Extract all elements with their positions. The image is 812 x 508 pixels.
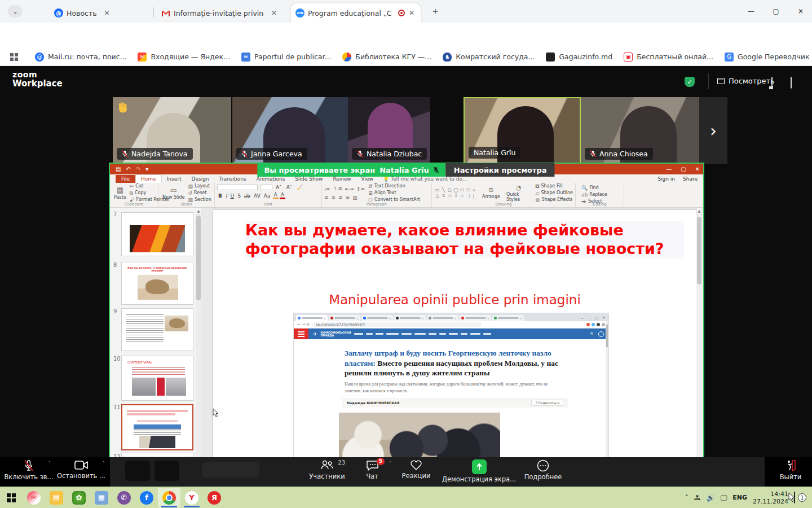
share-link[interactable]: Share: [683, 176, 698, 182]
slide-thumb-10[interactable]: CONTENT VIRAL: [121, 356, 193, 401]
bold-button[interactable]: B: [217, 193, 223, 199]
start-button[interactable]: [0, 488, 23, 507]
scroll-up-icon[interactable]: ▲: [196, 208, 201, 214]
browser-tab-1[interactable]: @ Новость ✕: [50, 3, 150, 23]
tab-close-icon[interactable]: ✕: [407, 9, 416, 17]
shrink-font-icon[interactable]: A˅: [285, 185, 294, 190]
taskbar-yandex-browser-active[interactable]: Y: [180, 488, 203, 507]
video-options-chevron[interactable]: ˄: [103, 461, 105, 466]
smartart-button[interactable]: ⬡Convert to SmartArt: [368, 197, 420, 203]
taskbar-viber[interactable]: ✆: [113, 488, 135, 507]
reactions-button[interactable]: Реакции: [398, 459, 434, 480]
participant-video-5[interactable]: Anna Chiosea: [581, 97, 699, 164]
shape-effects-button[interactable]: ◍Shape Effects: [536, 197, 573, 203]
underline-button[interactable]: U: [230, 193, 236, 199]
taskbar-facebook[interactable]: f: [135, 488, 158, 507]
reset-button[interactable]: ↺Reset: [188, 190, 211, 196]
participant-video-1[interactable]: Nadejda Tanova: [113, 97, 231, 164]
align-text-button[interactable]: ⊞Align Text: [368, 190, 420, 196]
taskbar-app-3[interactable]: ▦: [90, 488, 113, 507]
window-minimize-button[interactable]: —: [740, 0, 762, 23]
layout-button[interactable]: ▤Layout: [188, 183, 211, 189]
window-maximize-button[interactable]: ▢: [765, 0, 787, 23]
tab-transitions[interactable]: Transitions: [214, 175, 251, 183]
slide-thumb-9[interactable]: [121, 308, 193, 351]
ppt-minimize-icon[interactable]: —: [666, 166, 672, 172]
exit-fullscreen-icon[interactable]: [791, 77, 792, 88]
bookmark-google-translate[interactable]: GGoogle Переводчик: [725, 52, 809, 62]
picture-in-picture-icon[interactable]: [771, 77, 773, 88]
slide-thumb-12[interactable]: [121, 453, 193, 457]
chat-options-chevron[interactable]: ˄: [389, 461, 392, 466]
view-layout-button[interactable]: Посмотреть: [717, 77, 775, 85]
tab-insert[interactable]: Insert: [162, 175, 187, 183]
italic-button[interactable]: I: [224, 193, 228, 199]
indent-icons[interactable]: ⇤⇥: [345, 186, 354, 192]
qat-dropdown-icon[interactable]: ▾: [145, 166, 148, 172]
tab-home[interactable]: Home: [135, 174, 162, 183]
replace-button[interactable]: abReplace: [581, 192, 621, 198]
shape-outline-button[interactable]: ▱Shape Outline: [536, 190, 573, 196]
bullets-icon[interactable]: ⁝≡: [324, 186, 330, 192]
unmute-button[interactable]: Включить зв... ˄: [6, 459, 52, 481]
columns-icon[interactable]: ▥: [352, 195, 358, 200]
tray-chevron-icon[interactable]: ˄: [685, 494, 689, 502]
line-spacing-icon[interactable]: ↕≡: [356, 186, 365, 192]
shape-gallery[interactable]: ▭╲◻◯⬭⬠▹ △↯⇨⇩☆（）: [434, 187, 478, 199]
mic-options-chevron[interactable]: ˄: [48, 461, 51, 466]
participants-button[interactable]: Участники 23: [304, 459, 350, 480]
arrange-button[interactable]: ⧉Arrange: [480, 186, 502, 199]
tray-clock[interactable]: 14:41 27.11.2024: [753, 491, 788, 505]
shadow-button[interactable]: S: [236, 193, 242, 199]
redo-icon[interactable]: ↷: [136, 166, 140, 172]
bookmark-raportul[interactable]: ≡Paportul de publicar...: [241, 52, 331, 62]
taskbar-yandex[interactable]: Я: [203, 488, 226, 507]
slide-thumb-8[interactable]: Как вы думаете, у животных возникают эмо…: [121, 262, 193, 305]
tab-close-icon[interactable]: ✕: [270, 9, 279, 17]
thumbnail-scrollbar[interactable]: ▲: [196, 208, 201, 457]
leave-button[interactable]: Выйти: [775, 459, 806, 481]
tab-file[interactable]: File: [116, 175, 135, 183]
taskbar-chrome-active[interactable]: [158, 488, 180, 507]
participant-video-2[interactable]: Janna Garceva: [232, 97, 348, 164]
undo-icon[interactable]: ↶: [126, 166, 130, 172]
tab-search-button[interactable]: ⌄: [8, 5, 23, 17]
signin-link[interactable]: Sign in: [657, 176, 675, 182]
stop-video-button[interactable]: Остановить ... ˄: [56, 459, 106, 480]
bookmark-mailru[interactable]: @Mail.ru: почта, поис...: [35, 52, 126, 62]
next-participants-button[interactable]: ›: [699, 97, 727, 164]
taskbar-app-2[interactable]: ✿: [68, 488, 90, 507]
keyboard-language[interactable]: ENG: [732, 494, 747, 501]
tab-close-icon[interactable]: ✕: [103, 9, 112, 17]
slide-thumb-11-selected[interactable]: [121, 404, 193, 450]
slide-thumb-7[interactable]: [121, 212, 193, 256]
browser-tab-2[interactable]: Informație-invitație privind trair ✕: [157, 3, 285, 23]
new-slide-button[interactable]: ▭New Slide: [161, 186, 187, 200]
more-button[interactable]: Подробнее: [523, 459, 563, 481]
numbering-icon[interactable]: ⒈≡: [333, 185, 342, 192]
ppt-restore-icon[interactable]: ▢: [681, 166, 686, 172]
window-close-button[interactable]: ✕: [789, 0, 812, 23]
bookmark-library[interactable]: Библиотека КГУ —...: [342, 52, 431, 62]
paste-button[interactable]: ▦Paste: [112, 186, 128, 200]
save-icon[interactable]: ▤: [116, 166, 121, 172]
highlight-button[interactable]: A: [273, 192, 279, 199]
font-size-box[interactable]: [260, 185, 272, 190]
taskbar-app-1[interactable]: ✂: [23, 488, 45, 507]
tray-display-icon[interactable]: 🖵: [721, 494, 727, 502]
view-options-button[interactable]: Настройки просмотра: [446, 163, 555, 177]
quick-styles-button[interactable]: ◔Quick Styles: [505, 184, 533, 202]
char-spacing-button[interactable]: AV: [253, 193, 262, 199]
bookmark-yandex-mail[interactable]: ✉Входящие — Яндек...: [138, 52, 230, 62]
align-left-icon[interactable]: ≡: [324, 195, 329, 200]
tray-network-icon[interactable]: 🖧: [694, 494, 701, 502]
security-shield-icon[interactable]: ✓: [685, 77, 695, 87]
notification-center[interactable]: 1: [794, 492, 807, 503]
tab-design[interactable]: Design: [186, 175, 214, 183]
change-case-button[interactable]: Aa: [263, 193, 272, 199]
new-tab-button[interactable]: ＋: [431, 6, 440, 17]
apps-grid-icon[interactable]: [10, 53, 18, 61]
justify-icon[interactable]: ≣: [346, 195, 350, 200]
taskbar-file-explorer[interactable]: ▤: [45, 488, 68, 507]
tell-me-box[interactable]: 💡 Tell me what you want to do...: [383, 176, 467, 183]
